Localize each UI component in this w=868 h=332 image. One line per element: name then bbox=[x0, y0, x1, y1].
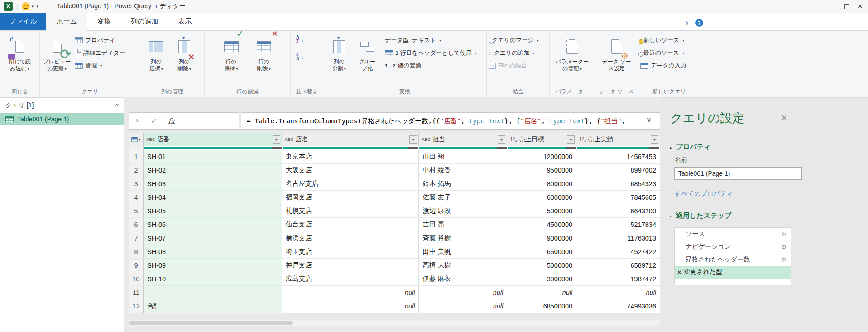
remove-columns-icon: × bbox=[172, 35, 197, 58]
group-label-new-query: 新しいクエリ bbox=[638, 88, 700, 96]
properties-section-header[interactable]: ▲ プロパティ bbox=[669, 143, 711, 151]
tab-transform[interactable]: 変換 bbox=[87, 13, 121, 30]
advanced-editor-icon bbox=[75, 49, 81, 57]
remove-rows-button[interactable]: × 行の 削除▾ bbox=[250, 34, 278, 88]
advanced-editor-button[interactable]: 詳細エディター bbox=[75, 48, 125, 58]
tab-view[interactable]: 表示 bbox=[168, 13, 201, 30]
manage-button[interactable]: 管理▾ bbox=[75, 61, 125, 70]
tab-add-column[interactable]: 列の追加 bbox=[121, 13, 168, 30]
keep-rows-button[interactable]: ✓ 行の 保持▾ bbox=[217, 34, 245, 88]
table-row[interactable]: 12合計 nullnull 6850000074993036 bbox=[129, 299, 660, 313]
table-row[interactable]: 1SH-01 東京本店山田 翔 1200000014567453 bbox=[129, 150, 660, 164]
step-promoted-headers[interactable]: 昇格されたヘッダー数 ⚙ bbox=[675, 253, 791, 266]
table-row[interactable]: 8SH-08 埼玉支店田中 美帆 65000004527422 bbox=[129, 245, 660, 259]
step-changed-type-selected[interactable]: × 変更された型 bbox=[675, 266, 791, 279]
settings-pane-title: クエリの設定 bbox=[670, 110, 745, 126]
group-close: ↱ 閉じて読 み込む▾ 閉じる bbox=[0, 31, 40, 97]
column-header-tenban[interactable]: ABC 店番 ▼ bbox=[144, 133, 282, 146]
column-quality-bars bbox=[129, 146, 660, 150]
table-row[interactable]: 4SH-04 福岡支店佐藤 友子 60000007845605 bbox=[129, 191, 660, 204]
gear-icon[interactable]: ⚙ bbox=[781, 256, 786, 263]
table-row[interactable]: 2SH-02 大阪支店中村 綾香 95000008997002 bbox=[129, 164, 660, 177]
quality-bar bbox=[419, 146, 507, 150]
query-list-item-selected[interactable]: Table001 (Page 1) bbox=[0, 113, 124, 125]
table-row[interactable]: 3SH-03 名古屋支店鈴木 拓馬 80000006854323 bbox=[129, 177, 660, 191]
sort-descending-button[interactable]: ZA ↓ bbox=[293, 51, 321, 62]
help-icon[interactable]: ? bbox=[695, 19, 703, 27]
data-source-settings-button[interactable]: ⚙ データ ソー ス設定 bbox=[600, 34, 632, 88]
new-source-button[interactable]: 新しいソース▾ bbox=[640, 36, 698, 45]
dropdown-icon: ▾ bbox=[189, 67, 191, 71]
column-header-uriage-jisseki[interactable]: 1²₃ 売上実績 ▼ bbox=[576, 133, 660, 146]
collapse-ribbon-icon[interactable]: ∧ bbox=[685, 19, 689, 26]
cancel-formula-icon[interactable]: × bbox=[135, 116, 140, 125]
manage-parameters-icon bbox=[560, 35, 585, 58]
table-row[interactable]: 9SH-09 神戸支店高橋 大樹 50000006589712 bbox=[129, 259, 660, 272]
group-label-sort: 並べ替え bbox=[291, 88, 323, 96]
remove-columns-button[interactable]: × 列の 削除▾ bbox=[170, 34, 198, 88]
properties-button[interactable]: プロパティ bbox=[75, 36, 125, 45]
table-row[interactable]: 7SH-07 横浜支店斉藤 裕樹 900000011763013 bbox=[129, 231, 660, 245]
filter-button[interactable]: ▼ bbox=[567, 135, 575, 144]
split-column-button[interactable]: 列の 分割▾ bbox=[325, 34, 353, 88]
sort-ascending-button[interactable]: AZ ↓ bbox=[293, 34, 321, 45]
collapse-queries-pane-icon[interactable]: « bbox=[115, 101, 119, 108]
scrollbar-thumb[interactable] bbox=[129, 321, 293, 325]
quick-access-toolbar-icon[interactable] bbox=[35, 5, 42, 8]
merge-queries-button[interactable]: → クエリのマージ▾ bbox=[489, 36, 547, 45]
applied-steps-section-header[interactable]: ▲ 適用したステップ bbox=[669, 212, 731, 220]
query-name-input[interactable] bbox=[674, 167, 802, 180]
excel-icon: X bbox=[4, 2, 13, 11]
gear-icon[interactable]: ⚙ bbox=[781, 244, 786, 250]
enter-data-button[interactable]: データの入力 bbox=[640, 61, 698, 70]
formula-input[interactable]: = Table.TransformColumnTypes(昇格されたヘッダー数,… bbox=[241, 112, 660, 130]
data-type-button[interactable]: データ型: テキスト▾ bbox=[385, 36, 477, 45]
gear-icon[interactable]: ⚙ bbox=[781, 231, 786, 238]
table-row[interactable]: 10SH-10 広島支店伊藤 麻衣 30000001987472 bbox=[129, 272, 660, 286]
recent-sources-button[interactable]: 最近のソース▾ bbox=[640, 48, 698, 58]
column-header-tenmei[interactable]: ABC 店名 ▼ bbox=[282, 133, 419, 146]
filter-button[interactable]: ▼ bbox=[409, 135, 417, 144]
step-navigation[interactable]: ナビゲーション ⚙ bbox=[675, 241, 791, 253]
select-all-corner-button[interactable]: ▼ bbox=[129, 133, 144, 146]
group-label-query: クエリ bbox=[40, 88, 140, 96]
horizontal-scrollbar[interactable] bbox=[129, 320, 660, 326]
table-row[interactable]: 5SH-05 札幌支店渡辺 康政 50000006643200 bbox=[129, 204, 660, 218]
confirm-formula-icon[interactable]: ✓ bbox=[151, 116, 157, 126]
grid-header-row: ▼ ABC 店番 ▼ ABC 店名 ▼ ABC 担当 ▼ bbox=[129, 133, 660, 146]
smiley-dropdown-icon[interactable]: ▾ bbox=[32, 4, 34, 9]
manage-parameters-button[interactable]: パラメーター の管理▾ bbox=[554, 34, 590, 88]
choose-columns-button[interactable]: 列の 選択▾ bbox=[142, 34, 170, 88]
query-settings-pane: クエリの設定 × ▲ プロパティ 名前 すべてのプロパティ ▲ 適用したステップ… bbox=[662, 97, 868, 332]
restore-window-button[interactable] bbox=[844, 4, 849, 9]
filter-button[interactable]: ▼ bbox=[651, 135, 658, 144]
column-header-tanto[interactable]: ABC 担当 ▼ bbox=[419, 133, 507, 146]
filter-button[interactable]: ▼ bbox=[498, 135, 505, 144]
tab-file[interactable]: ファイル bbox=[0, 13, 46, 30]
type-number-icon: 1²₃ bbox=[579, 136, 586, 143]
table-row[interactable]: 11 nullnull nullnull bbox=[129, 286, 660, 299]
step-source[interactable]: ソース ⚙ bbox=[675, 228, 791, 241]
expand-formula-bar-icon[interactable]: ∨ bbox=[647, 115, 652, 124]
use-first-row-as-headers-button[interactable]: 1 行目をヘッダーとして使用▾ bbox=[385, 48, 477, 58]
split-column-icon bbox=[326, 35, 352, 58]
column-header-uriage-mokuhyo[interactable]: 1²₃ 売上目標 ▼ bbox=[507, 133, 576, 146]
first-row-headers-icon bbox=[385, 50, 393, 56]
all-properties-link[interactable]: すべてのプロパティ bbox=[675, 190, 733, 198]
group-label-parameters: パラメーター bbox=[550, 88, 595, 96]
smiley-icon[interactable] bbox=[22, 2, 30, 10]
tab-home[interactable]: ホーム bbox=[46, 13, 87, 31]
replace-values-button[interactable]: 1→2 値の置換 bbox=[385, 61, 477, 70]
delete-step-icon[interactable]: × bbox=[677, 269, 681, 276]
table-icon bbox=[5, 116, 14, 122]
close-window-button[interactable]: × bbox=[858, 2, 863, 10]
table-row[interactable]: 6SH-06 仙台支店吉田 亮 45000005217834 bbox=[129, 218, 660, 231]
group-by-button[interactable]: グルー プ化 bbox=[353, 34, 381, 88]
refresh-preview-button[interactable]: ⟳ プレビュー の更新▾ bbox=[42, 34, 72, 88]
append-queries-button[interactable]: ↕ クエリの追加▾ bbox=[489, 48, 547, 58]
filter-button[interactable]: ▼ bbox=[273, 135, 280, 144]
group-by-icon bbox=[355, 35, 380, 58]
close-and-load-button[interactable]: ↱ 閉じて読 み込む▾ bbox=[2, 34, 38, 73]
close-pane-icon[interactable]: × bbox=[781, 113, 787, 123]
quality-bar bbox=[576, 146, 660, 150]
